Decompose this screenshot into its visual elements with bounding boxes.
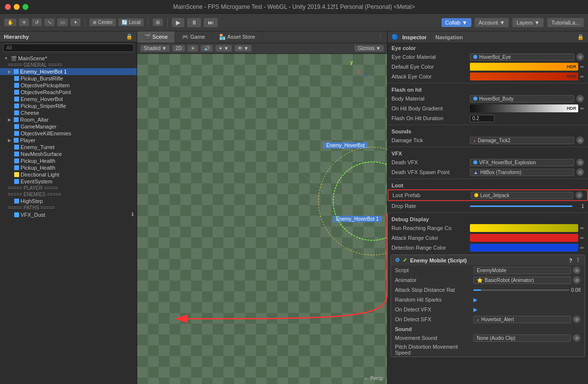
shading-dropdown[interactable]: Shaded ▼ <box>140 45 170 52</box>
death-spawn-value[interactable]: ▲ HitBox (Transform) <box>470 169 574 176</box>
animator-value[interactable]: ⭐ BasicRobot (Animator) <box>473 277 571 284</box>
center-button[interactable]: ⊕ Center <box>89 18 116 26</box>
attack-range-edit[interactable]: ✏ <box>580 235 584 241</box>
hierarchy-item-highstep[interactable]: HighStep <box>0 198 137 205</box>
hierarchy-item-enemy-hoverbot1[interactable]: ▶ Enemy_HoverBot 1 <box>0 68 137 75</box>
on-hit-gradient-swatch[interactable]: HDR <box>470 104 578 112</box>
script-picker[interactable]: ⊙ <box>573 266 581 274</box>
2d-button[interactable]: 2D <box>172 45 185 52</box>
step-button[interactable]: ⏭ <box>203 18 218 27</box>
random-sparks-expand[interactable]: ▶ <box>473 297 477 303</box>
transform-tool[interactable]: ✦ <box>70 18 81 26</box>
hierarchy-item-pickup-health-2[interactable]: Pickup_Health <box>0 164 137 171</box>
movement-sound-value[interactable]: None (Audio Clip) <box>473 334 571 342</box>
grid-button[interactable]: ⊞ <box>152 18 163 26</box>
drop-rate-slider[interactable]: 1 <box>470 204 584 209</box>
attack-range-color[interactable] <box>470 234 578 242</box>
account-button[interactable]: Account ▼ <box>474 18 510 27</box>
script-value[interactable]: EnemyMobile <box>473 267 571 274</box>
gizmos-button[interactable]: Gizmos ▼ <box>354 45 384 52</box>
death-spawn-picker[interactable]: ⊙ <box>576 168 584 176</box>
hierarchy-item-objectivepickupitem[interactable]: ObjectivePickupItem <box>0 82 137 89</box>
default-eye-color-swatch[interactable]: HDR <box>470 63 578 71</box>
death-vfx-value[interactable]: VFX_HoverBot_Explosion <box>470 159 574 166</box>
script-help-icon[interactable]: ? <box>569 257 572 263</box>
hierarchy-item-directional-light[interactable]: Directional Light <box>0 171 137 178</box>
movement-sound-picker[interactable]: ⊙ <box>573 334 581 342</box>
attack-stop-slider[interactable]: 0.08 <box>473 287 581 293</box>
hierarchy-item-enemy-hoverbot[interactable]: Enemy_HoverBot <box>0 96 137 102</box>
detection-range-edit[interactable]: ✏ <box>580 245 584 251</box>
damage-tick-picker[interactable]: ⊙ <box>576 136 584 144</box>
hierarchy-item-room-altar[interactable]: ▶ Room_Altar <box>0 116 137 123</box>
flash-duration-input[interactable] <box>470 115 494 122</box>
hierarchy-item-cheese[interactable]: Cheese <box>0 109 137 116</box>
hierarchy-item-vfx-dust[interactable]: VFX_Dust ⬇ <box>0 211 137 218</box>
detect-sfx-value[interactable]: ♪ Hoverbot_Alert <box>473 316 571 323</box>
local-button[interactable]: 🔄 Local <box>118 18 144 26</box>
enemy-hoverbot-label[interactable]: Enemy_HoverBot <box>323 142 368 149</box>
inspector-lock[interactable]: 🔒 <box>577 34 584 40</box>
hierarchy-item-enemy-turret[interactable]: Enemy_Turret <box>0 144 137 151</box>
body-material-label: Body Material <box>392 96 470 102</box>
scene-viewport[interactable]: y x z Enemy_HoverBot Enemy_HoverBot 1 ← … <box>137 54 387 384</box>
animator-picker[interactable]: ⊙ <box>573 276 581 284</box>
death-vfx-picker[interactable]: ⊙ <box>576 158 584 166</box>
hierarchy-item-pickup-burstrifle[interactable]: Pickup_BurstRifle <box>0 75 137 82</box>
hierarchy-item-pickup-health-1[interactable]: Pickup_Health <box>0 157 137 164</box>
effects-button[interactable]: ✦ ▼ <box>215 45 232 52</box>
scale-tool[interactable]: ⤡ <box>44 18 55 26</box>
tab-scene[interactable]: 🎬 Scene <box>137 31 175 43</box>
maximize-button[interactable] <box>23 4 28 10</box>
hierarchy-item-navmeshsurface[interactable]: NavMeshSurface <box>0 151 137 157</box>
rotate-tool[interactable]: ↺ <box>31 18 42 26</box>
layers-button[interactable]: Layers ▼ <box>512 18 544 27</box>
audio-button[interactable]: 🔊 <box>200 45 213 52</box>
tab-asset-store[interactable]: 🏪 Asset Store <box>212 31 262 43</box>
damage-tick-value[interactable]: ♪ Damage_Tick2 <box>470 137 574 144</box>
enemy-hoverbot1-label[interactable]: Enemy_HoverBot 1 <box>333 216 382 222</box>
hierarchy-item-mainscene[interactable]: ▼ 🎬 MainScene* <box>0 55 137 62</box>
loot-prefab-picker[interactable]: ⊙ <box>575 191 583 199</box>
hierarchy-search[interactable] <box>3 44 134 52</box>
run-reaching-color[interactable] <box>470 224 578 232</box>
tab-game[interactable]: 🎮 Game <box>175 31 212 43</box>
move-tool[interactable]: ✛ <box>19 18 29 26</box>
detect-sfx-picker[interactable]: ⊙ <box>573 315 581 323</box>
hierarchy-item-objectivereachpoint[interactable]: ObjectiveReachPoint <box>0 89 137 96</box>
scene-more-btn[interactable]: ⋮ <box>374 34 387 40</box>
minimize-button[interactable] <box>14 4 20 10</box>
attack-eye-color-swatch[interactable]: HDR <box>470 73 578 80</box>
tutorial-button[interactable]: TutorialLa... <box>547 18 584 27</box>
navigation-tab[interactable]: Navigation <box>436 34 463 40</box>
collab-button[interactable]: Collab ▼ <box>441 18 471 27</box>
hierarchy-item-gamemanager[interactable]: GameManager <box>0 123 137 130</box>
hierarchy-item-player[interactable]: ▶ Player <box>0 137 137 144</box>
hand-tool[interactable]: ✋ <box>4 18 17 26</box>
body-material-value[interactable]: HoverBot_Body <box>470 95 574 102</box>
lighting-button[interactable]: ☀ <box>187 45 198 52</box>
run-reaching-edit[interactable]: ✏ <box>580 226 584 231</box>
script-settings-icon[interactable]: ⋮ <box>575 257 581 263</box>
hierarchy-item-objectivekillenemies[interactable]: ObjectiveKillEnemies <box>0 130 137 137</box>
hierarchy-item-general[interactable]: ===== GENERAL ===== <box>0 62 137 68</box>
pause-button[interactable]: ⏸ <box>187 18 201 27</box>
scene-toolbar: Shaded ▼ 2D ☀ 🔊 ✦ ▼ 👁 ▼ Gizmos ▼ <box>137 43 387 54</box>
eye-color-material-value[interactable]: HoverBot_Eye <box>470 53 574 61</box>
on-hit-gradient-edit[interactable]: ✏ <box>580 106 584 111</box>
attack-eye-color-edit[interactable]: ✏ <box>580 74 584 79</box>
default-eye-color-edit[interactable]: ✏ <box>580 64 584 70</box>
play-button[interactable]: ▶ <box>172 18 185 27</box>
detection-range-color[interactable] <box>470 244 578 252</box>
hierarchy-item-eventsystem[interactable]: EventSystem <box>0 178 137 185</box>
detect-sfx-row: On Detect SFX ♪ Hoverbot_Alert ⊙ <box>391 314 585 324</box>
eye-color-material-picker[interactable]: ⊙ <box>576 53 584 61</box>
loot-prefab-value[interactable]: Loot_Jetpack <box>471 192 573 199</box>
close-button[interactable] <box>5 4 11 10</box>
body-material-picker[interactable]: ⊙ <box>576 95 584 102</box>
hierarchy-panel: Hierarchy 🔒 ▼ 🎬 MainScene* ===== GENERAL… <box>0 31 137 384</box>
rect-tool[interactable]: ▭ <box>57 18 68 26</box>
hierarchy-item-pickup-sniperrifle[interactable]: Pickup_SniperRifle <box>0 102 137 109</box>
detect-vfx-expand[interactable]: ▶ <box>473 307 477 313</box>
hide-button[interactable]: 👁 ▼ <box>234 45 252 52</box>
